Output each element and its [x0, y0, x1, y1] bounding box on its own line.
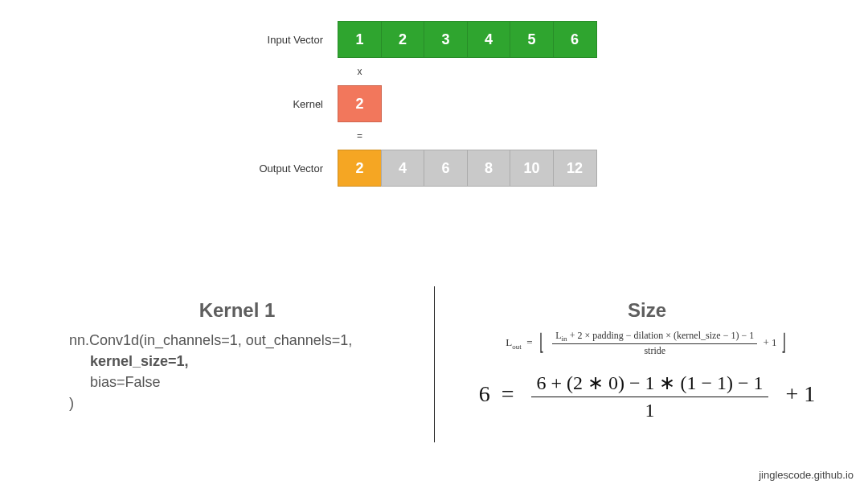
fraction: 6 + (2 ∗ 0) − 1 ∗ (1 − 1) − 1 1 [531, 372, 768, 421]
input-row: Input Vector 1 2 3 4 5 6 [0, 21, 868, 58]
numeric-lhs: 6 [479, 382, 490, 407]
formula-general: Lout = ⌊ Lin + 2 × padding − dilation × … [458, 330, 836, 357]
times-symbol: x [338, 66, 382, 77]
output-cell: 8 [467, 150, 511, 187]
kernel-cell: 2 [338, 85, 382, 122]
output-cell: 6 [424, 150, 468, 187]
code-line: bias=False [69, 372, 405, 392]
left-title: Kernel 1 [69, 299, 405, 322]
left-panel: Kernel 1 nn.Conv1d(in_channels=1, out_ch… [0, 299, 434, 468]
code-line: kernel_size=1, [69, 351, 405, 372]
credit-text: jinglescode.github.io [759, 469, 854, 481]
floor-left-icon: ⌊ [539, 329, 544, 355]
diagram-canvas: Input Vector 1 2 3 4 5 6 x Kernel 2 = [0, 0, 868, 489]
formula-lhs: Lout [506, 336, 521, 348]
denominator: stride [552, 344, 757, 357]
output-label: Output Vector [0, 162, 338, 175]
floor-right-icon: ⌋ [781, 329, 786, 355]
kernel-cells: 2 [338, 85, 382, 122]
denominator: 1 [531, 397, 768, 421]
input-cell: 3 [424, 21, 468, 58]
input-cell: 4 [467, 21, 511, 58]
input-cell: 1 [338, 21, 382, 58]
vectors-area: Input Vector 1 2 3 4 5 6 x Kernel 2 = [0, 21, 868, 191]
output-cell-active: 2 [338, 150, 382, 187]
input-label: Input Vector [0, 34, 338, 46]
output-cells: 2 4 6 8 10 12 [338, 150, 597, 187]
numeric-trailer: + 1 [786, 382, 816, 407]
times-row: x [0, 63, 868, 80]
right-panel: Size Lout = ⌊ Lin + 2 × padding − dilati… [434, 299, 868, 468]
output-cell: 4 [381, 150, 425, 187]
input-cell: 5 [510, 21, 554, 58]
input-cell: 2 [381, 21, 425, 58]
numerator: Lin + 2 × padding − dilation × (kernel_s… [552, 330, 757, 344]
code-block: nn.Conv1d(in_channels=1, out_channels=1,… [69, 330, 405, 413]
input-cell: 6 [553, 21, 597, 58]
numerator: 6 + (2 ∗ 0) − 1 ∗ (1 − 1) − 1 [531, 372, 768, 397]
code-line: nn.Conv1d(in_channels=1, out_channels=1, [69, 330, 405, 351]
input-cells: 1 2 3 4 5 6 [338, 21, 597, 58]
equals-row: = [0, 127, 868, 145]
kernel-row: Kernel 2 [0, 85, 868, 122]
formula-numeric: 6 = 6 + (2 ∗ 0) − 1 ∗ (1 − 1) − 1 1 + 1 [458, 372, 836, 421]
output-cell: 10 [510, 150, 554, 187]
formula-trailer: + 1 [763, 336, 776, 348]
equals-symbol: = [338, 130, 382, 142]
right-title: Size [458, 299, 836, 322]
fraction: Lin + 2 × padding − dilation × (kernel_s… [552, 330, 757, 357]
output-row: Output Vector 2 4 6 8 10 12 [0, 150, 868, 187]
code-line: ) [69, 392, 405, 413]
bottom-panels: Kernel 1 nn.Conv1d(in_channels=1, out_ch… [0, 299, 868, 468]
output-cell: 12 [553, 150, 597, 187]
kernel-label: Kernel [0, 98, 338, 110]
